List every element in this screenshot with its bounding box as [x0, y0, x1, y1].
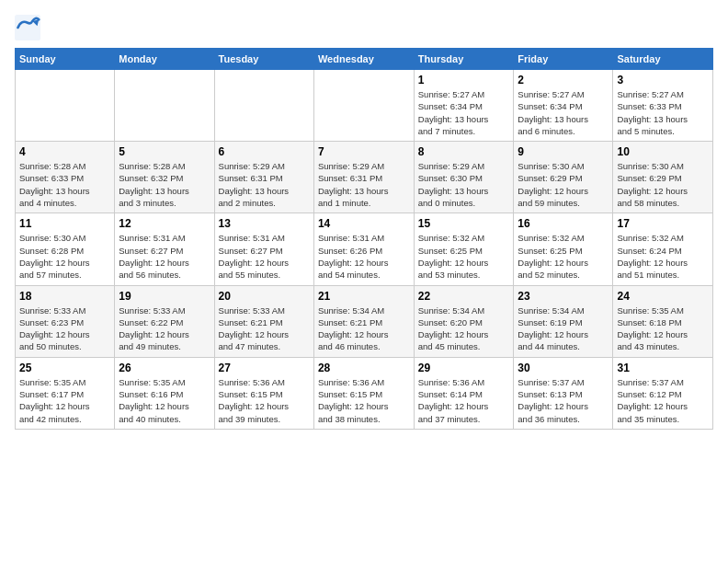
week-row-1: 1Sunrise: 5:27 AM Sunset: 6:34 PM Daylig… — [16, 70, 713, 142]
day-info: Sunrise: 5:30 AM Sunset: 6:29 PM Dayligh… — [617, 160, 709, 209]
day-cell: 15Sunrise: 5:32 AM Sunset: 6:25 PM Dayli… — [414, 213, 514, 285]
day-cell: 28Sunrise: 5:36 AM Sunset: 6:15 PM Dayli… — [313, 357, 414, 429]
day-cell: 12Sunrise: 5:31 AM Sunset: 6:27 PM Dayli… — [115, 213, 214, 285]
day-info: Sunrise: 5:30 AM Sunset: 6:28 PM Dayligh… — [19, 232, 110, 281]
day-info: Sunrise: 5:32 AM Sunset: 6:25 PM Dayligh… — [518, 232, 609, 281]
day-info: Sunrise: 5:31 AM Sunset: 6:27 PM Dayligh… — [119, 232, 210, 281]
day-info: Sunrise: 5:27 AM Sunset: 6:34 PM Dayligh… — [518, 88, 609, 137]
day-number: 5 — [119, 145, 210, 158]
day-cell: 14Sunrise: 5:31 AM Sunset: 6:26 PM Dayli… — [313, 213, 414, 285]
day-number: 28 — [318, 362, 410, 374]
day-number: 8 — [418, 145, 510, 158]
day-number: 15 — [418, 217, 510, 230]
day-cell: 6Sunrise: 5:29 AM Sunset: 6:31 PM Daylig… — [214, 142, 313, 213]
day-cell: 19Sunrise: 5:33 AM Sunset: 6:22 PM Dayli… — [115, 285, 214, 357]
day-number: 24 — [617, 290, 709, 303]
day-info: Sunrise: 5:36 AM Sunset: 6:15 PM Dayligh… — [318, 376, 410, 425]
day-info: Sunrise: 5:31 AM Sunset: 6:26 PM Dayligh… — [318, 232, 410, 281]
day-cell: 24Sunrise: 5:35 AM Sunset: 6:18 PM Dayli… — [613, 285, 713, 357]
day-cell: 17Sunrise: 5:32 AM Sunset: 6:24 PM Dayli… — [613, 213, 713, 285]
day-number: 13 — [219, 217, 310, 230]
day-number: 3 — [617, 74, 709, 86]
day-info: Sunrise: 5:31 AM Sunset: 6:27 PM Dayligh… — [219, 232, 310, 281]
week-row-5: 25Sunrise: 5:35 AM Sunset: 6:17 PM Dayli… — [16, 357, 713, 429]
day-info: Sunrise: 5:28 AM Sunset: 6:32 PM Dayligh… — [119, 160, 210, 209]
day-cell — [115, 70, 214, 142]
day-info: Sunrise: 5:28 AM Sunset: 6:33 PM Dayligh… — [19, 160, 110, 209]
day-cell — [313, 70, 414, 142]
day-cell — [16, 70, 115, 142]
day-info: Sunrise: 5:33 AM Sunset: 6:21 PM Dayligh… — [219, 304, 310, 353]
day-cell: 22Sunrise: 5:34 AM Sunset: 6:20 PM Dayli… — [414, 285, 514, 357]
day-cell: 5Sunrise: 5:28 AM Sunset: 6:32 PM Daylig… — [115, 142, 214, 213]
week-row-4: 18Sunrise: 5:33 AM Sunset: 6:23 PM Dayli… — [16, 285, 713, 357]
day-number: 27 — [219, 362, 310, 374]
day-info: Sunrise: 5:33 AM Sunset: 6:23 PM Dayligh… — [19, 304, 110, 353]
calendar-body: 1Sunrise: 5:27 AM Sunset: 6:34 PM Daylig… — [16, 70, 713, 430]
day-cell: 10Sunrise: 5:30 AM Sunset: 6:29 PM Dayli… — [613, 142, 713, 213]
day-info: Sunrise: 5:30 AM Sunset: 6:29 PM Dayligh… — [518, 160, 609, 209]
day-cell: 29Sunrise: 5:36 AM Sunset: 6:14 PM Dayli… — [414, 357, 514, 429]
column-header-sunday: Sunday — [16, 49, 115, 70]
day-number: 10 — [617, 145, 709, 158]
day-info: Sunrise: 5:29 AM Sunset: 6:31 PM Dayligh… — [318, 160, 410, 209]
day-cell: 8Sunrise: 5:29 AM Sunset: 6:30 PM Daylig… — [414, 142, 514, 213]
day-cell — [214, 70, 313, 142]
day-number: 25 — [19, 362, 110, 374]
day-info: Sunrise: 5:36 AM Sunset: 6:14 PM Dayligh… — [418, 376, 510, 425]
day-number: 29 — [418, 362, 510, 374]
day-cell: 31Sunrise: 5:37 AM Sunset: 6:12 PM Dayli… — [613, 357, 713, 429]
day-info: Sunrise: 5:27 AM Sunset: 6:33 PM Dayligh… — [617, 88, 709, 137]
day-number: 14 — [318, 217, 410, 230]
day-info: Sunrise: 5:36 AM Sunset: 6:15 PM Dayligh… — [219, 376, 310, 425]
column-header-saturday: Saturday — [613, 49, 713, 70]
day-info: Sunrise: 5:37 AM Sunset: 6:13 PM Dayligh… — [518, 376, 609, 425]
logo-icon — [15, 15, 40, 40]
day-cell: 20Sunrise: 5:33 AM Sunset: 6:21 PM Dayli… — [214, 285, 313, 357]
logo — [15, 15, 44, 40]
day-cell: 9Sunrise: 5:30 AM Sunset: 6:29 PM Daylig… — [514, 142, 613, 213]
day-cell: 18Sunrise: 5:33 AM Sunset: 6:23 PM Dayli… — [16, 285, 115, 357]
day-number: 2 — [518, 74, 609, 86]
day-cell: 3Sunrise: 5:27 AM Sunset: 6:33 PM Daylig… — [613, 70, 713, 142]
week-row-3: 11Sunrise: 5:30 AM Sunset: 6:28 PM Dayli… — [16, 213, 713, 285]
day-number: 4 — [19, 145, 110, 158]
day-info: Sunrise: 5:29 AM Sunset: 6:30 PM Dayligh… — [418, 160, 510, 209]
day-cell: 25Sunrise: 5:35 AM Sunset: 6:17 PM Dayli… — [16, 357, 115, 429]
day-info: Sunrise: 5:34 AM Sunset: 6:21 PM Dayligh… — [318, 304, 410, 353]
calendar-table: SundayMondayTuesdayWednesdayThursdayFrid… — [15, 48, 713, 430]
day-number: 19 — [119, 290, 210, 303]
day-number: 7 — [318, 145, 410, 158]
day-cell: 7Sunrise: 5:29 AM Sunset: 6:31 PM Daylig… — [313, 142, 414, 213]
column-header-wednesday: Wednesday — [313, 49, 414, 70]
day-info: Sunrise: 5:34 AM Sunset: 6:20 PM Dayligh… — [418, 304, 510, 353]
day-cell: 4Sunrise: 5:28 AM Sunset: 6:33 PM Daylig… — [16, 142, 115, 213]
day-info: Sunrise: 5:32 AM Sunset: 6:25 PM Dayligh… — [418, 232, 510, 281]
day-cell: 30Sunrise: 5:37 AM Sunset: 6:13 PM Dayli… — [514, 357, 613, 429]
day-info: Sunrise: 5:33 AM Sunset: 6:22 PM Dayligh… — [119, 304, 210, 353]
day-info: Sunrise: 5:29 AM Sunset: 6:31 PM Dayligh… — [219, 160, 310, 209]
day-number: 17 — [617, 217, 709, 230]
day-cell: 16Sunrise: 5:32 AM Sunset: 6:25 PM Dayli… — [514, 213, 613, 285]
day-info: Sunrise: 5:32 AM Sunset: 6:24 PM Dayligh… — [617, 232, 709, 281]
day-number: 1 — [418, 74, 510, 86]
day-info: Sunrise: 5:34 AM Sunset: 6:19 PM Dayligh… — [518, 304, 609, 353]
day-cell: 2Sunrise: 5:27 AM Sunset: 6:34 PM Daylig… — [514, 70, 613, 142]
column-header-monday: Monday — [115, 49, 214, 70]
day-cell: 11Sunrise: 5:30 AM Sunset: 6:28 PM Dayli… — [16, 213, 115, 285]
day-cell: 26Sunrise: 5:35 AM Sunset: 6:16 PM Dayli… — [115, 357, 214, 429]
day-number: 16 — [518, 217, 609, 230]
page-header — [15, 15, 713, 40]
day-number: 23 — [518, 290, 609, 303]
day-info: Sunrise: 5:27 AM Sunset: 6:34 PM Dayligh… — [418, 88, 510, 137]
week-row-2: 4Sunrise: 5:28 AM Sunset: 6:33 PM Daylig… — [16, 142, 713, 213]
day-cell: 1Sunrise: 5:27 AM Sunset: 6:34 PM Daylig… — [414, 70, 514, 142]
day-cell: 27Sunrise: 5:36 AM Sunset: 6:15 PM Dayli… — [214, 357, 313, 429]
day-number: 6 — [219, 145, 310, 158]
day-number: 20 — [219, 290, 310, 303]
day-info: Sunrise: 5:35 AM Sunset: 6:18 PM Dayligh… — [617, 304, 709, 353]
day-cell: 23Sunrise: 5:34 AM Sunset: 6:19 PM Dayli… — [514, 285, 613, 357]
day-cell: 21Sunrise: 5:34 AM Sunset: 6:21 PM Dayli… — [313, 285, 414, 357]
day-cell: 13Sunrise: 5:31 AM Sunset: 6:27 PM Dayli… — [214, 213, 313, 285]
day-number: 18 — [19, 290, 110, 303]
